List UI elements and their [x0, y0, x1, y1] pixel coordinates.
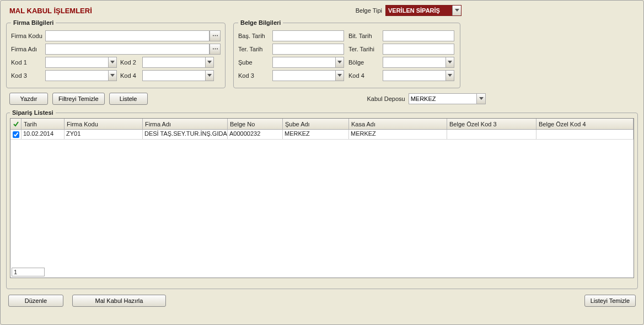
chevron-down-icon[interactable]: [446, 57, 454, 67]
kod1-input[interactable]: [46, 57, 108, 67]
chevron-down-icon[interactable]: [205, 71, 213, 81]
bit-tarih-label: Bit. Tarih: [348, 33, 383, 39]
grid-header-check[interactable]: [10, 119, 22, 129]
kod2-combo[interactable]: [142, 57, 214, 68]
col-kasa-adi[interactable]: Kasa Adı: [349, 119, 447, 129]
cell-sube-adi: MERKEZ: [283, 130, 349, 139]
chevron-down-icon[interactable]: [108, 71, 116, 81]
main-window: MAL KABUL İŞLEMLERİ Belge Tipi VERİLEN S…: [0, 0, 644, 325]
col-firma-adi[interactable]: Firma Adı: [143, 119, 228, 129]
belge-kod4-input[interactable]: [383, 71, 446, 81]
bit-tarih-input[interactable]: [383, 30, 454, 41]
chevron-down-icon[interactable]: [108, 57, 116, 67]
group-row: Firma Bilgileri Firma Kodu ⋯ Firma Adı ⋯…: [5, 19, 639, 88]
belge-kod4-label: Kod 4: [348, 72, 383, 79]
row-checkbox[interactable]: [13, 131, 19, 138]
ter-tarih-input[interactable]: [272, 44, 344, 55]
bottom-row: Düzenle Mal Kabul Hazırla Listeyi Temizl…: [5, 295, 639, 307]
row-check-cell[interactable]: [10, 130, 22, 139]
belge-kod3-input[interactable]: [273, 71, 335, 81]
chevron-down-icon[interactable]: [446, 71, 454, 81]
col-firma-kodu[interactable]: Firma Kodu: [65, 119, 143, 129]
kod2-label: Kod 2: [120, 59, 142, 66]
ter-tarihi-input[interactable]: [383, 44, 454, 55]
chevron-down-icon[interactable]: [205, 57, 213, 67]
cell-firma-kodu: ZY01: [65, 130, 143, 139]
kod4-input[interactable]: [143, 71, 205, 81]
sube-label: Şube: [238, 59, 272, 66]
firma-legend: Firma Bilgileri: [11, 19, 56, 26]
grid-footer-count: 1: [12, 268, 45, 276]
belge-kod3-combo[interactable]: [272, 70, 344, 81]
page-title: MAL KABUL İŞLEMLERİ: [9, 7, 92, 15]
firma-adi-lookup-button[interactable]: ⋯: [210, 44, 221, 55]
col-ozel-kod4[interactable]: Belge Özel Kod 4: [536, 119, 634, 129]
cell-ozel-kod4: [536, 130, 634, 139]
firma-kodu-input[interactable]: [45, 30, 210, 41]
siparis-grid[interactable]: Tarih Firma Kodu Firma Adı Belge No Şube…: [10, 118, 634, 278]
col-ozel-kod3[interactable]: Belge Özel Kod 3: [447, 119, 536, 129]
bolge-input[interactable]: [383, 57, 446, 67]
col-tarih[interactable]: Tarih: [22, 119, 65, 129]
chevron-down-icon[interactable]: [335, 57, 344, 67]
bas-tarih-input[interactable]: [272, 30, 344, 41]
chevron-down-icon[interactable]: [335, 71, 344, 81]
chevron-down-icon[interactable]: [452, 6, 461, 15]
kod4-combo[interactable]: [142, 70, 214, 81]
kabul-deposu-label: Kabul Deposu: [367, 95, 405, 102]
table-row[interactable]: 10.02.2014 ZY01 DESİ TAŞ.SEY.TUR.İNŞ.GID…: [10, 130, 634, 140]
belge-tipi-label: Belge Tipi: [356, 7, 382, 14]
kabul-deposu-input[interactable]: [409, 94, 477, 104]
listele-button[interactable]: Listele: [109, 93, 148, 105]
kabul-deposu-combo[interactable]: [409, 93, 486, 104]
cell-tarih: 10.02.2014: [22, 130, 65, 139]
cell-firma-adi: DESİ TAŞ.SEY.TUR.İNŞ.GIDA: [143, 130, 228, 139]
cell-belge-no: A00000232: [228, 130, 283, 139]
firma-adi-input[interactable]: [45, 44, 210, 55]
ter-tarih-label: Ter. Tarih: [238, 46, 272, 52]
belge-tipi-group: Belge Tipi VERİLEN SİPARİŞ: [356, 5, 461, 16]
kod1-combo[interactable]: [45, 57, 117, 68]
belge-bilgileri-group: Belge Bilgileri Baş. Tarih Bit. Tarih Te…: [233, 19, 460, 88]
grid-header: Tarih Firma Kodu Firma Adı Belge No Şube…: [10, 119, 634, 130]
mal-kabul-hazirla-button[interactable]: Mal Kabul Hazırla: [72, 295, 166, 307]
col-sube-adi[interactable]: Şube Adı: [283, 119, 349, 129]
belge-tipi-select[interactable]: VERİLEN SİPARİŞ: [385, 5, 461, 16]
header-row: MAL KABUL İŞLEMLERİ Belge Tipi VERİLEN S…: [5, 4, 639, 17]
kod3-combo[interactable]: [45, 70, 117, 81]
belge-tipi-value: VERİLEN SİPARİŞ: [388, 7, 440, 14]
firma-kodu-lookup-button[interactable]: ⋯: [210, 30, 221, 41]
kod2-input[interactable]: [143, 57, 205, 67]
yazdir-button[interactable]: Yazdır: [9, 93, 48, 105]
cell-kasa-adi: MERKEZ: [349, 130, 447, 139]
sube-input[interactable]: [273, 57, 335, 67]
bolge-combo[interactable]: [383, 57, 454, 68]
belge-kod3-label: Kod 3: [238, 72, 272, 79]
col-belge-no[interactable]: Belge No: [228, 119, 283, 129]
kabul-deposu-group: Kabul Deposu: [367, 93, 486, 104]
bas-tarih-label: Baş. Tarih: [238, 33, 272, 39]
belge-legend: Belge Bilgileri: [238, 19, 283, 26]
duzenle-button[interactable]: Düzenle: [8, 295, 63, 307]
kod3-input[interactable]: [46, 71, 108, 81]
bottom-left: Düzenle Mal Kabul Hazırla: [8, 295, 166, 307]
firma-bilgileri-group: Firma Bilgileri Firma Kodu ⋯ Firma Adı ⋯…: [6, 19, 226, 88]
chevron-down-icon[interactable]: [476, 94, 485, 104]
belge-kod4-combo[interactable]: [383, 70, 454, 81]
action-row: Yazdır Filtreyi Temizle Listele Kabul De…: [5, 93, 639, 105]
sube-combo[interactable]: [272, 57, 344, 68]
firma-adi-label: Firma Adı: [11, 46, 45, 52]
kod1-label: Kod 1: [11, 59, 45, 66]
siparis-listesi-legend: Sipariş Listesi: [10, 109, 56, 116]
bolge-label: Bölge: [348, 59, 383, 66]
check-icon: [13, 121, 19, 127]
listeyi-temizle-button[interactable]: Listeyi Temizle: [584, 295, 636, 307]
kod4-label: Kod 4: [120, 72, 142, 79]
cell-ozel-kod3: [447, 130, 536, 139]
ter-tarihi-label: Ter. Tarihi: [348, 46, 383, 52]
firma-kodu-label: Firma Kodu: [11, 33, 45, 39]
siparis-listesi-group: Sipariş Listesi Tarih Firma Kodu Firma A…: [6, 109, 638, 289]
filtreyi-temizle-button[interactable]: Filtreyi Temizle: [52, 93, 105, 105]
kod3-label: Kod 3: [11, 72, 45, 79]
